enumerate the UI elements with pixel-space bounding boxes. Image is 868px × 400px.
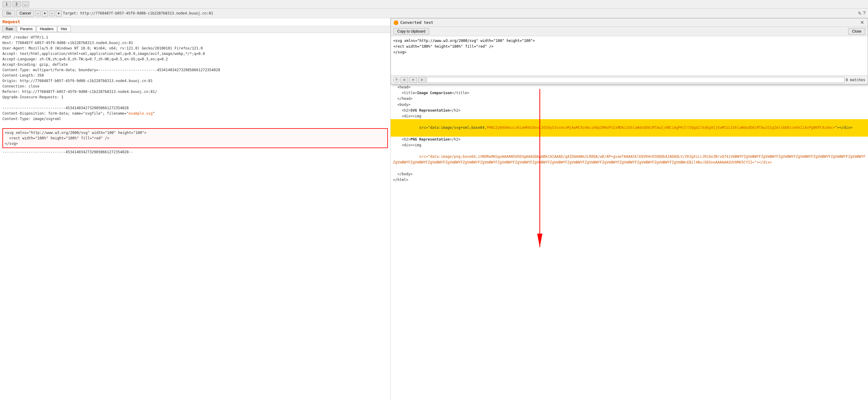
edit-icon[interactable]: ✎: [858, 10, 862, 16]
main-container: 1 2 ... Go Cancel ‹ ▾ › ▾ Target: http:/…: [0, 0, 868, 400]
dialog-close-button[interactable]: ✕: [859, 20, 865, 25]
dialog-toolbar: Copy to clipboard Close: [391, 27, 868, 36]
dialog-title-text: Converted text: [400, 20, 859, 25]
resp-line-h2-svg: <h2>SVG Representation</h2>: [391, 108, 868, 113]
svg-highlighted-block: <svg xmlns="http://www.w3.org/2000/svg" …: [2, 128, 388, 148]
resp-line-src-svg: src="data:image/svg+xml;base64,PHN2ZyB4b…: [391, 119, 868, 137]
dialog-svg-line-2: <rect width="100%" height="100%" fill="r…: [393, 44, 865, 50]
left-panel: Request Raw Params Headers Hex POST /ren…: [0, 18, 391, 400]
resp-line-head-close: </head>: [391, 96, 868, 102]
response-content[interactable]: <head> <title>Image Comparison</title> <…: [391, 84, 868, 400]
dialog-svg-line-3: </svg>: [393, 50, 865, 55]
req-line-4: Accept: text/html,application/xhtml+xml,…: [2, 51, 388, 56]
req-line-boundary-end: -----------------------------45341403427…: [2, 149, 388, 155]
converted-text-dialog: 🟠 Converted text ✕ Copy to clipboard Clo…: [391, 18, 868, 84]
dialog-svg-line-1: <svg xmlns="http://www.w3.org/2000/svg" …: [393, 38, 865, 44]
resp-line-head: <head>: [391, 84, 868, 90]
dialog-nav-prev[interactable]: <: [401, 77, 408, 83]
tab-raw[interactable]: Raw: [2, 26, 16, 32]
tab-more[interactable]: ...: [22, 1, 29, 7]
req-line-13: [2, 100, 388, 105]
go-button[interactable]: Go: [2, 10, 15, 17]
req-line-11: Referer: http://7768487f-b057-45f9-9d08-…: [2, 89, 388, 94]
nav-forward-button[interactable]: ›: [49, 10, 55, 16]
tab-1[interactable]: 1: [2, 1, 11, 7]
help-icon[interactable]: ?: [863, 10, 866, 16]
dialog-icon: 🟠: [393, 20, 398, 25]
copy-to-clipboard-button[interactable]: Copy to clipboard: [393, 28, 429, 35]
target-url: Target: http://7768487f-b057-45f9-9d08-c…: [63, 11, 857, 16]
request-title: Request: [0, 18, 390, 25]
req-line-2: Host: 7768487f-b057-45f9-9d08-c1b2287b83…: [2, 40, 388, 46]
req-line-6: Accept-Encoding: gzip, deflate: [2, 62, 388, 67]
resp-h2-svg-text: SVG Representation: [410, 108, 450, 113]
right-panel: 🟠 Converted text ✕ Copy to clipboard Clo…: [391, 18, 868, 400]
svg-line-1: <svg xmlns="http://www.w3.org/2000/svg" …: [5, 130, 385, 136]
tab-2[interactable]: 2: [12, 1, 21, 7]
req-line-10: Connection: close: [2, 84, 388, 89]
req-line-7: Content-Type: multipart/form-data; bound…: [2, 67, 388, 73]
resp-line-div-img-png: <div><img: [391, 142, 868, 148]
dialog-content[interactable]: <svg xmlns="http://www.w3.org/2000/svg" …: [391, 36, 868, 76]
tab-hex[interactable]: Hex: [58, 26, 70, 32]
resp-line-div-img: <div><img: [391, 113, 868, 119]
resp-line-src-png: src="data:image/png;base64,iVBORw0KGgoAA…: [391, 148, 868, 171]
matches-count: 0 matches: [846, 78, 865, 82]
dialog-help-button[interactable]: ?: [393, 77, 399, 83]
resp-line-body-close: </body>: [391, 171, 868, 177]
req-line-17: [2, 121, 388, 127]
resp-line-body: <body>: [391, 102, 868, 108]
resp-line-title: <title>Image Comparison</title>: [391, 90, 868, 96]
resp-h2-png-text: PNG Representation: [410, 137, 450, 141]
req-line-1: POST /render HTTP/1.1: [2, 35, 388, 40]
request-tabs: Raw Params Headers Hex: [0, 25, 390, 33]
tab-bar: 1 2 ...: [0, 0, 868, 9]
req-line-15: Content-Disposition: form-data; name="sv…: [2, 111, 388, 116]
cancel-button[interactable]: Cancel: [16, 10, 34, 17]
dialog-nav-next[interactable]: >: [418, 77, 426, 83]
dialog-search-input[interactable]: [427, 77, 844, 83]
tab-params[interactable]: Params: [17, 26, 36, 32]
svg-line-3: </svg>: [5, 141, 385, 146]
resp-line-h2-png: <h2>PNG Representation</h2>: [391, 137, 868, 142]
close-button[interactable]: Close: [848, 28, 865, 35]
nav-back-button[interactable]: ‹: [35, 10, 41, 16]
req-line-5: Accept-Language: zh-CN,zh;q=0.8,zh-TW;q=…: [2, 56, 388, 62]
dialog-footer: ? < + > 0 matches: [391, 76, 868, 84]
dialog-nav-plus[interactable]: +: [409, 77, 417, 83]
req-line-12: Upgrade-Insecure-Requests: 1: [2, 94, 388, 100]
req-line-3: User-Agent: Mozilla/5.0 (Windows NT 10.0…: [2, 46, 388, 51]
req-line-14: -----------------------------45341403427…: [2, 105, 388, 111]
resp-line-html-close: </html>: [391, 177, 868, 183]
nav-forward-dropdown[interactable]: ▾: [56, 10, 62, 17]
request-body[interactable]: POST /render HTTP/1.1 Host: 7768487f-b05…: [0, 33, 390, 400]
tab-headers[interactable]: Headers: [36, 26, 57, 32]
resp-title-text: Image Comparison: [417, 91, 452, 95]
nav-back-dropdown[interactable]: ▾: [42, 10, 48, 17]
main-toolbar: Go Cancel ‹ ▾ › ▾ Target: http://7768487…: [0, 9, 868, 18]
req-line-8: Content-Length: 350: [2, 73, 388, 78]
req-line-9: Origin: http://7768487f-b057-45f9-9d08-c…: [2, 78, 388, 84]
resp-src-label: src="data:image/svg+xml;base64,: [419, 125, 487, 130]
resp-base64-svg: PHN2ZyB4bWxucz0iaHR0cDovL3d3dy53vcmcvMjA…: [487, 125, 835, 130]
svg-line-2: <rect width="100%" height="100%" fill="r…: [5, 136, 385, 141]
dialog-title-bar: 🟠 Converted text ✕: [391, 19, 868, 27]
content-area: Request Raw Params Headers Hex POST /ren…: [0, 18, 868, 400]
req-line-16: Content-Type: image/svg+xml: [2, 116, 388, 121]
